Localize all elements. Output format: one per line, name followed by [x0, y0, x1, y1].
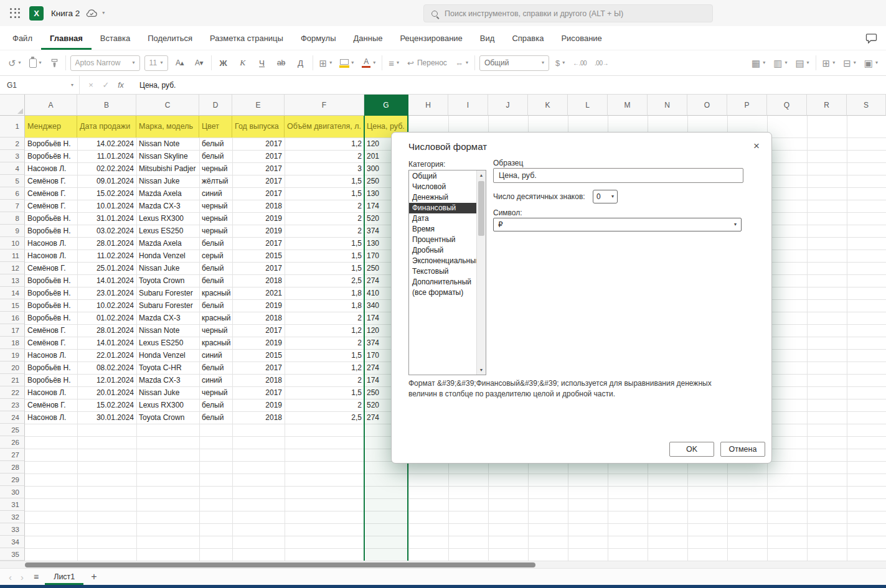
data-cell-f15[interactable]: 1,8 — [285, 299, 364, 312]
data-cell-e22[interactable]: 2017 — [232, 386, 285, 399]
header-cell-a1[interactable]: Менджер — [25, 116, 77, 138]
data-cell-a11[interactable]: Насонов Л. — [25, 250, 77, 262]
data-cell-b21[interactable]: 12.01.2024 — [77, 374, 136, 386]
header-cell-e1[interactable]: Год выпуска — [232, 116, 285, 138]
data-cell-b14[interactable]: 23.01.2024 — [77, 287, 136, 299]
data-cell-b7[interactable]: 10.01.2024 — [77, 200, 136, 212]
data-cell-c8[interactable]: Lexus RX300 — [136, 212, 199, 225]
row-header-4[interactable]: 4 — [0, 162, 25, 175]
data-cell-a7[interactable]: Семёнов Г. — [25, 200, 77, 212]
data-cell-a2[interactable]: Воробьёв Н. — [25, 138, 77, 150]
data-cell-d14[interactable]: красный — [199, 287, 232, 299]
data-cell-d7[interactable]: черный — [199, 200, 232, 212]
data-cell-e4[interactable]: 2017 — [232, 162, 285, 175]
data-cell-c9[interactable]: Lexus ES250 — [136, 225, 199, 237]
data-cell-a15[interactable]: Воробьёв Н. — [25, 299, 77, 312]
data-cell-b15[interactable]: 10.02.2024 — [77, 299, 136, 312]
data-cell-b19[interactable]: 22.01.2024 — [77, 349, 136, 362]
column-header-f[interactable]: F — [285, 95, 364, 116]
data-cell-c24[interactable]: Toyota Crown — [136, 411, 199, 424]
data-cell-f9[interactable]: 2 — [285, 225, 364, 237]
header-cell-f1[interactable]: Объём двигателя, л. — [285, 116, 364, 138]
data-cell-e9[interactable]: 2019 — [232, 225, 285, 237]
italic-button[interactable]: К — [235, 55, 250, 71]
column-header-a[interactable]: A — [25, 95, 77, 116]
ok-button[interactable]: OK — [669, 442, 714, 457]
data-cell-d5[interactable]: жёлтый — [199, 175, 232, 187]
ribbon-tab-1[interactable]: Главная — [41, 26, 92, 50]
row-header-18[interactable]: 18 — [0, 337, 25, 349]
ribbon-tab-7[interactable]: Рецензирование — [391, 26, 471, 50]
row-header-13[interactable]: 13 — [0, 274, 25, 287]
data-cell-a23[interactable]: Семёнов Г. — [25, 399, 77, 411]
insert-function-button[interactable]: fx — [115, 81, 127, 90]
row-header-34[interactable]: 34 — [0, 536, 25, 548]
data-cell-d18[interactable]: красный — [199, 337, 232, 349]
data-cell-b11[interactable]: 11.02.2024 — [77, 250, 136, 262]
data-cell-e24[interactable]: 2018 — [232, 411, 285, 424]
data-cell-e18[interactable]: 2019 — [232, 337, 285, 349]
data-cell-d21[interactable]: синий — [199, 374, 232, 386]
category-option-5[interactable]: Время — [409, 224, 476, 235]
data-cell-a16[interactable]: Воробьёв Н. — [25, 312, 77, 324]
data-cell-d15[interactable]: белый — [199, 299, 232, 312]
row-header-14[interactable]: 14 — [0, 287, 25, 299]
data-cell-a3[interactable]: Воробьёв Н. — [25, 150, 77, 162]
data-cell-f8[interactable]: 2 — [285, 212, 364, 225]
data-cell-e6[interactable]: 2017 — [232, 187, 285, 200]
data-cell-a5[interactable]: Семёнов Г. — [25, 175, 77, 187]
data-cell-e12[interactable]: 2017 — [232, 262, 285, 274]
column-header-c[interactable]: C — [136, 95, 199, 116]
header-cell-b1[interactable]: Дата продажи — [77, 116, 136, 138]
data-cell-b18[interactable]: 14.01.2024 — [77, 337, 136, 349]
data-cell-b3[interactable]: 11.01.2024 — [77, 150, 136, 162]
column-header-l[interactable]: L — [568, 95, 608, 116]
row-header-30[interactable]: 30 — [0, 486, 25, 498]
column-header-j[interactable]: J — [488, 95, 528, 116]
row-header-33[interactable]: 33 — [0, 523, 25, 536]
row-header-10[interactable]: 10 — [0, 237, 25, 250]
row-header-16[interactable]: 16 — [0, 312, 25, 324]
search-input[interactable] — [443, 9, 705, 19]
category-option-4[interactable]: Дата — [409, 213, 476, 224]
format-as-table-button[interactable]: ▥▾ — [771, 57, 789, 69]
row-header-9[interactable]: 9 — [0, 225, 25, 237]
data-cell-e2[interactable]: 2017 — [232, 138, 285, 150]
data-cell-e17[interactable]: 2017 — [232, 324, 285, 337]
data-cell-f4[interactable]: 3 — [285, 162, 364, 175]
data-cell-b20[interactable]: 08.02.2024 — [77, 362, 136, 374]
data-cell-c23[interactable]: Lexus RX300 — [136, 399, 199, 411]
cell-styles-button[interactable]: ▤▾ — [793, 57, 811, 69]
app-launcher-icon[interactable] — [10, 8, 21, 19]
currency-format-button[interactable]: $▾ — [554, 58, 567, 68]
data-cell-d24[interactable]: белый — [199, 411, 232, 424]
data-cell-c19[interactable]: Honda Venzel — [136, 349, 199, 362]
data-cell-d11[interactable]: серый — [199, 250, 232, 262]
category-option-8[interactable]: Экспоненциальный — [409, 256, 476, 266]
data-cell-a24[interactable]: Насонов Л. — [25, 411, 77, 424]
column-header-p[interactable]: P — [727, 95, 767, 116]
data-cell-c21[interactable]: Mazda CX-3 — [136, 374, 199, 386]
column-header-d[interactable]: D — [199, 95, 232, 116]
data-cell-b6[interactable]: 15.02.2024 — [77, 187, 136, 200]
data-cell-c20[interactable]: Toyota C-HR — [136, 362, 199, 374]
formula-input[interactable]: Цена, руб. — [132, 81, 176, 90]
row-header-3[interactable]: 3 — [0, 150, 25, 162]
data-cell-f20[interactable]: 1,2 — [285, 362, 364, 374]
data-cell-a8[interactable]: Воробьёв Н. — [25, 212, 77, 225]
scrollbar-thumb[interactable] — [478, 181, 484, 236]
data-cell-d23[interactable]: белый — [199, 399, 232, 411]
ribbon-tab-3[interactable]: Поделиться — [139, 26, 201, 50]
data-cell-e21[interactable]: 2018 — [232, 374, 285, 386]
data-cell-e11[interactable]: 2015 — [232, 250, 285, 262]
data-cell-b22[interactable]: 20.01.2024 — [77, 386, 136, 399]
scroll-up-icon[interactable]: ▲ — [477, 170, 486, 180]
data-cell-b2[interactable]: 14.02.2024 — [77, 138, 136, 150]
prev-sheet-icon[interactable]: ‹ — [5, 569, 16, 585]
data-cell-f2[interactable]: 1,2 — [285, 138, 364, 150]
data-cell-b9[interactable]: 03.02.2024 — [77, 225, 136, 237]
data-cell-c7[interactable]: Mazda CX-3 — [136, 200, 199, 212]
row-header-22[interactable]: 22 — [0, 386, 25, 399]
row-header-6[interactable]: 6 — [0, 187, 25, 200]
row-header-21[interactable]: 21 — [0, 374, 25, 386]
